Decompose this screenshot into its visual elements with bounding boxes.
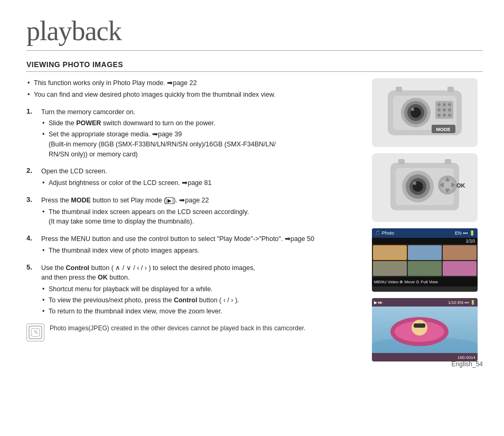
step-2-sub-1: Adjust brightness or color of the LCD sc… — [41, 178, 361, 188]
step-1: 1. Turn the memory camcorder on. Slide t… — [26, 107, 361, 161]
page-container: playback VIEWING PHOTO IMAGES This funct… — [0, 0, 504, 377]
intro-bullet-1: This function works only in Photo Play m… — [26, 78, 361, 88]
svg-rect-38 — [445, 159, 451, 164]
step-5-content: Use the Control button ( ∧ / ∨ / ‹ / › )… — [41, 263, 361, 318]
svg-point-15 — [448, 108, 451, 112]
step-4-sub-1: The thumbnail index view of photo images… — [41, 246, 361, 256]
step-2-content: Open the LCD screen. Adjust brightness o… — [41, 166, 361, 189]
note-icon: ✎ — [26, 323, 44, 341]
step-1-sub-1: Slide the POWER switch downward to turn … — [41, 118, 361, 128]
step-3-subs: The thumbnail index screen appears on th… — [41, 207, 361, 227]
step-1-num: 1. — [26, 107, 37, 161]
svg-rect-22 — [447, 87, 454, 92]
lcd-thumbnail-view: 🎵 Photo EN ▪▪▪ 🔋 1/10 MENU Video ⊕ Move … — [372, 228, 478, 292]
steps-list: 1. Turn the memory camcorder on. Slide t… — [26, 107, 361, 318]
page-title: playback — [26, 16, 483, 46]
page-number: English_54 — [452, 360, 483, 368]
lcd-full-view: ▶ ⏭ 1/10 EN ▪▪▪ 🔋 100-0014 — [372, 298, 478, 361]
section-heading: VIEWING PHOTO IMAGES — [26, 60, 483, 72]
svg-rect-21 — [396, 87, 402, 92]
svg-point-18 — [448, 114, 451, 117]
sidebar: MODE — [372, 78, 483, 361]
step-1-content: Turn the memory camcorder on. Slide the … — [41, 107, 361, 161]
step-3-num: 3. — [26, 196, 37, 228]
step-2-subs: Adjust brightness or color of the LCD sc… — [41, 178, 361, 188]
step-3: 3. Press the MODE button to set Play mod… — [26, 196, 361, 228]
step-5-num: 5. — [26, 263, 37, 318]
step-2-num: 2. — [26, 166, 37, 189]
svg-rect-37 — [398, 159, 405, 164]
content-area: This function works only in Photo Play m… — [26, 78, 361, 361]
camera-image-1: MODE — [372, 78, 478, 147]
svg-point-13 — [437, 108, 441, 112]
svg-point-17 — [443, 114, 446, 117]
svg-point-14 — [443, 108, 446, 112]
step-4-num: 4. — [26, 234, 37, 257]
svg-text:MODE: MODE — [436, 127, 451, 132]
intro-bullets: This function works only in Photo Play m… — [26, 78, 361, 100]
svg-point-29 — [413, 182, 416, 185]
step-5-sub-3: To return to the thumbnail index view, m… — [41, 307, 361, 317]
note-text: Photo images(JPEG) created in the other … — [50, 323, 305, 333]
step-2-main: Open the LCD screen. — [41, 166, 361, 177]
step-5-sub-1: Shortcut menu for playback will be displ… — [41, 284, 361, 294]
step-4-main: Press the MENU button and use the contro… — [41, 234, 361, 244]
svg-point-16 — [437, 114, 441, 117]
step-5-sub-2: To view the previous/next photo, press t… — [41, 295, 361, 305]
intro-bullet-2: You can find and view desired photo imag… — [26, 90, 361, 100]
svg-text:✎: ✎ — [33, 329, 38, 336]
note-box: ✎ Photo images(JPEG) created in the othe… — [26, 323, 361, 341]
step-5-main: Use the Control button ( ∧ / ∨ / ‹ / › )… — [41, 263, 361, 283]
step-2: 2. Open the LCD screen. Adjust brightnes… — [26, 166, 361, 189]
camera-image-2: OK — [372, 153, 478, 222]
step-5-subs: Shortcut menu for playback will be displ… — [41, 284, 361, 316]
step-3-content: Press the MODE button to set Play mode (… — [41, 196, 361, 228]
svg-point-10 — [437, 103, 441, 106]
step-5: 5. Use the Control button ( ∧ / ∨ / ‹ / … — [26, 263, 361, 318]
step-4-subs: The thumbnail index view of photo images… — [41, 246, 361, 256]
svg-text:OK: OK — [456, 182, 465, 189]
svg-point-11 — [443, 103, 446, 106]
step-1-main: Turn the memory camcorder on. — [41, 107, 361, 117]
step-4-content: Press the MENU button and use the contro… — [41, 234, 361, 257]
svg-point-8 — [411, 108, 414, 111]
step-3-main: Press the MODE button to set Play mode (… — [41, 196, 361, 206]
step-4: 4. Press the MENU button and use the con… — [26, 234, 361, 257]
main-layout: This function works only in Photo Play m… — [26, 78, 483, 361]
svg-point-12 — [448, 103, 451, 106]
step-1-sub-2: Set the appropriate storage media. ➡page… — [41, 129, 361, 159]
step-1-subs: Slide the POWER switch downward to turn … — [41, 118, 361, 159]
step-3-sub-1: The thumbnail index screen appears on th… — [41, 207, 361, 227]
title-section: playback — [26, 16, 483, 51]
